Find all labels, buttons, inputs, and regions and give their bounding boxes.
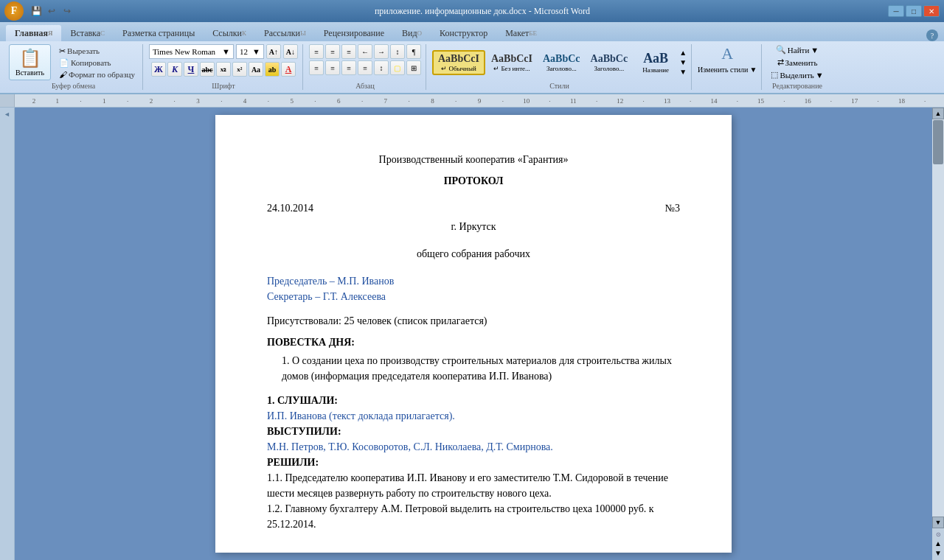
title-bar: F 💾 ↩ ↪ приложение. информационные док.d… [0,0,944,22]
style-heading2-preview: AaBbCc [591,53,628,65]
vertical-scrollbar[interactable]: ▲ ▼ ⊙ ▲ ▼ [932,108,944,560]
styles-more[interactable]: ▼ [679,68,687,76]
change-styles-icon: А [721,44,733,63]
style-no-spacing[interactable]: AaBbCcI ↵ Без инте... [487,52,537,74]
align-left-button[interactable]: ≡ [309,60,324,75]
font-color-button[interactable]: A [281,62,296,77]
tab-constructor[interactable]: Конструктор [431,25,496,41]
justify-button[interactable]: ≡ [358,60,372,75]
doc-date: 24.10.2014 [267,200,313,216]
close-button[interactable]: ✕ [923,5,940,17]
document[interactable]: Производственный кооператив «Гарантия» П… [215,115,732,553]
italic-button[interactable]: К [167,62,182,77]
main-area: ◄ Производственный кооператив «Гарантия»… [0,108,944,560]
change-styles-button[interactable]: Изменить стили▼ [698,66,757,74]
ribbon: Главная Я Вставка С Разметка страницы Сс… [0,22,944,94]
style-heading1[interactable]: AaBbCc Заголово... [538,52,585,74]
margin-marker: ◄ [4,111,10,118]
tab-review[interactable]: Рецензирование [315,25,393,41]
help-button[interactable]: ? [926,29,938,41]
shading-button[interactable]: ▢ [390,60,405,75]
chairman-name: М.П. Иванов [337,276,394,287]
style-normal-preview: AaBbCcI [438,53,479,65]
paragraph-group: ≡ ≡ ≡ ← → ↕ ¶ ≡ ≡ ≡ ≡ ↕ ▢ ⊞ Аб [305,44,426,90]
replace-button[interactable]: ⇄ Заменить [774,57,821,68]
style-heading2-label: Заголово... [594,65,624,72]
align-right-button[interactable]: ≡ [341,60,356,75]
scroll-next-page[interactable]: ▼ [934,549,942,557]
ruler-corner [0,94,15,107]
scroll-up-button[interactable]: ▲ [932,108,944,119]
cut-button[interactable]: ✂ Вырезать [56,46,138,57]
styles-scroll-down[interactable]: ▼ [679,58,687,66]
numbering-button[interactable]: ≡ [325,44,340,59]
undo-quick-btn[interactable]: ↩ [45,4,58,18]
tab-references[interactable]: Ссылки К [204,25,255,41]
section2-title: ВЫСТУПИЛИ: [267,424,680,439]
paste-button[interactable]: 📋 Вставить [9,44,51,80]
secretary-dash: – [315,291,323,302]
clipboard-group-label: Буфер обмена [52,82,95,90]
multilevel-button[interactable]: ≡ [341,44,356,59]
clipboard-actions: ✂ Вырезать 📄 Копировать 🖌 Формат по обра… [56,46,138,80]
grow-font-button[interactable]: A↑ [266,44,281,59]
styles-scroll: ▲ ▼ ▼ [679,49,687,76]
select-button[interactable]: ⬚ Выделить ▼ [768,69,826,80]
show-marks-button[interactable]: ¶ [406,44,421,59]
line-spacing-button[interactable]: ↕ [374,60,389,75]
style-no-spacing-preview: AaBbCcI [491,53,532,65]
ruler: 2 1 · 1 · 2 · 3 · 4 · 5 · 6 · 7 · 8 · 9 … [0,94,944,108]
section3-title: РЕШИЛИ: [267,455,680,470]
scroll-prev-page[interactable]: ▲ [934,539,942,547]
agenda-item1: 1. О создании цеха по производству строи… [282,353,680,384]
find-button[interactable]: 🔍 Найти ▼ [773,44,822,55]
format-painter-button[interactable]: 🖌 Формат по образцу [56,69,138,80]
section1-speaker: И.П. Иванова (текст доклада прилагается)… [267,408,680,424]
document-area[interactable]: Производственный кооператив «Гарантия» П… [15,108,932,560]
redo-quick-btn[interactable]: ↪ [60,4,74,18]
tab-home[interactable]: Главная Я [6,25,61,41]
styles-scroll-up[interactable]: ▲ [679,49,687,57]
tab-layout[interactable]: Макет БЕ [496,25,546,41]
dropdown-arrow-icon: ▼ [222,47,230,56]
change-case-button[interactable]: Аа [249,62,263,77]
chairman-label: Председатель [267,276,327,287]
scroll-select-browse[interactable]: ⊙ [936,531,941,538]
scrollbar-thumb[interactable] [933,120,943,164]
font-size-select[interactable]: 12 ▼ [236,44,264,59]
secretary-label: Секретарь [267,291,313,302]
highlight-button[interactable]: ab [265,62,280,77]
sort-button[interactable]: ↕ [390,44,405,59]
style-heading2[interactable]: AaBbCc Заголово... [586,52,633,74]
copy-button[interactable]: 📄 Копировать [56,57,138,69]
underline-button[interactable]: Ч [184,62,198,77]
superscript-button[interactable]: x² [232,62,247,77]
style-normal[interactable]: AaBbCcI ↵ Обычный [432,50,485,75]
shrink-font-button[interactable]: A↓ [283,44,298,59]
minimize-button[interactable]: ─ [888,5,904,17]
doc-number: №3 [665,200,680,216]
save-quick-btn[interactable]: 💾 [30,4,43,18]
style-heading1-label: Заголово... [546,65,577,72]
scroll-down-button[interactable]: ▼ [932,517,944,528]
subscript-button[interactable]: x₂ [216,62,231,77]
style-title[interactable]: АаВ Название [634,49,678,75]
bold-button[interactable]: Ж [151,62,166,77]
tab-insert[interactable]: Вставка С [61,25,114,41]
strikethrough-button[interactable]: abc [200,62,215,77]
tab-page-layout[interactable]: Разметка страницы [114,25,204,41]
increase-indent-button[interactable]: → [374,44,389,59]
tab-mailings[interactable]: Рассылки Ы [255,25,315,41]
font-family-select[interactable]: Times New Roman ▼ [149,44,234,59]
office-button[interactable]: F [4,1,24,21]
chairman-line: Председатель – М.П. Иванов [267,273,680,289]
align-center-button[interactable]: ≡ [325,60,340,75]
scrollbar-track[interactable] [932,119,944,517]
window-title: приложение. информационные док.docx - Mi… [77,6,888,17]
tab-view[interactable]: Вид О [393,25,431,41]
maximize-button[interactable]: □ [906,5,922,17]
borders-button[interactable]: ⊞ [406,60,421,75]
org-name: Производственный кооператив «Гарантия» [267,152,680,167]
decrease-indent-button[interactable]: ← [358,44,372,59]
bullets-button[interactable]: ≡ [309,44,324,59]
